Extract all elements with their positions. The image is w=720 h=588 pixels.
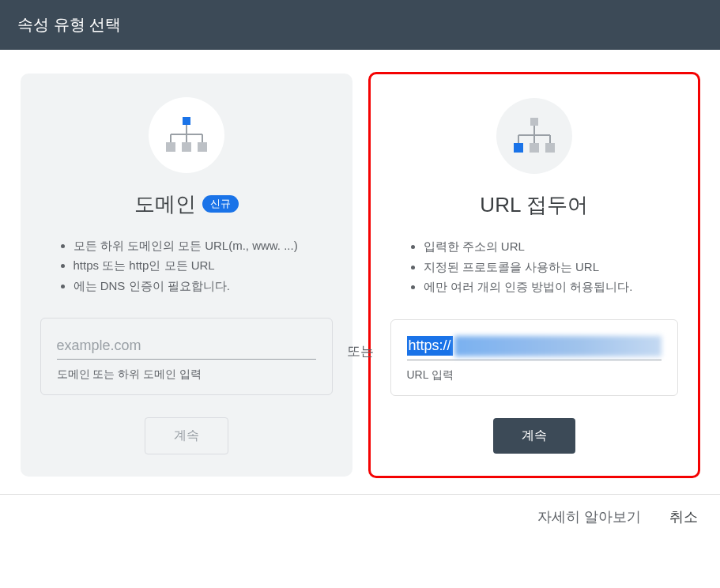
- svg-rect-8: [198, 142, 207, 152]
- svg-rect-0: [183, 117, 190, 125]
- url-title-row: URL 접두어: [480, 191, 587, 219]
- domain-input[interactable]: [57, 334, 316, 360]
- dialog-footer: 자세히 알아보기 취소: [0, 494, 720, 539]
- url-continue-button[interactable]: 계속: [493, 418, 575, 454]
- url-title: URL 접두어: [480, 191, 587, 219]
- domain-continue-button[interactable]: 계속: [145, 417, 228, 454]
- or-divider: 또는: [347, 342, 374, 360]
- new-badge: 신규: [202, 195, 239, 213]
- svg-rect-17: [545, 143, 555, 153]
- cancel-button[interactable]: 취소: [669, 507, 698, 526]
- svg-rect-9: [530, 118, 538, 126]
- learn-more-link[interactable]: 자세히 알아보기: [537, 507, 641, 526]
- domain-icon-circle: [149, 97, 224, 173]
- url-bullets: 입력한 주소의 URL 지정된 프로토콜을 사용하는 URL 에만 여러 개의 …: [390, 236, 678, 297]
- svg-rect-16: [530, 143, 539, 153]
- domain-title: 도메인: [134, 190, 196, 218]
- list-item: 에만 여러 개의 인증 방법이 허용됩니다.: [424, 277, 678, 297]
- domain-bullets: 모든 하위 도메인의 모든 URL(m., www. ...) https 또는…: [40, 236, 333, 296]
- list-item: 지정된 프로토콜을 사용하는 URL: [424, 257, 678, 277]
- dialog-title: 속성 유형 선택: [17, 16, 121, 33]
- url-icon-circle: [496, 98, 572, 174]
- svg-rect-6: [166, 142, 175, 152]
- url-input-box: https:// URL 입력: [390, 319, 678, 396]
- domain-input-box: 도메인 또는 하위 도메인 입력: [40, 318, 333, 395]
- domain-title-row: 도메인 신규: [134, 190, 239, 218]
- sitemap-icon: [514, 118, 555, 154]
- list-item: 모든 하위 도메인의 모든 URL(m., www. ...): [74, 236, 333, 256]
- domain-card[interactable]: 도메인 신규 모든 하위 도메인의 모든 URL(m., www. ...) h…: [21, 74, 352, 477]
- domain-input-hint: 도메인 또는 하위 도메인 입력: [57, 368, 316, 382]
- list-item: 입력한 주소의 URL: [424, 236, 678, 257]
- url-input[interactable]: https://: [407, 336, 662, 360]
- url-input-hint: URL 입력: [407, 368, 662, 383]
- sitemap-icon: [166, 117, 207, 153]
- dialog-header: 속성 유형 선택: [0, 0, 720, 50]
- list-item: https 또는 http인 모든 URL: [74, 255, 333, 276]
- svg-rect-15: [514, 143, 523, 153]
- dialog-content: 도메인 신규 모든 하위 도메인의 모든 URL(m., www. ...) h…: [0, 50, 720, 494]
- list-item: 에는 DNS 인증이 필요합니다.: [74, 276, 333, 296]
- url-value-prefix: https://: [407, 336, 453, 356]
- svg-rect-7: [182, 142, 191, 152]
- url-prefix-card[interactable]: URL 접두어 입력한 주소의 URL 지정된 프로토콜을 사용하는 URL 에…: [368, 72, 700, 478]
- url-value-redacted: [454, 336, 662, 356]
